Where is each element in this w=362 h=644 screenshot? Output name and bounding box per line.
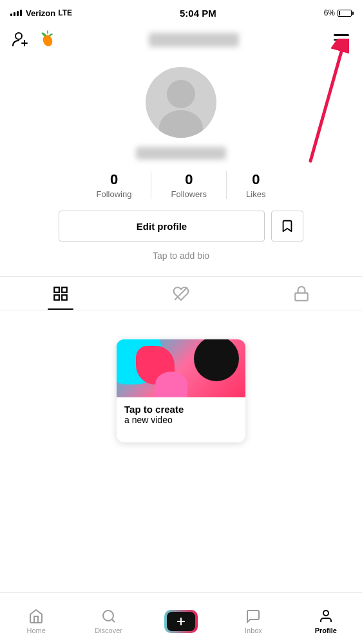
- stats-row: 0 Following 0 Followers 0 Likes: [13, 171, 349, 199]
- svg-rect-10: [54, 295, 59, 300]
- tab-private[interactable]: [242, 277, 362, 310]
- nav-profile[interactable]: Profile: [290, 593, 362, 644]
- svg-point-0: [15, 33, 22, 39]
- top-nav: [0, 23, 362, 57]
- carrier-label: Verizon: [26, 8, 55, 18]
- create-card-art: [117, 339, 245, 397]
- nav-inbox-label: Inbox: [245, 627, 262, 634]
- edit-profile-button[interactable]: Edit profile: [59, 211, 265, 242]
- svg-point-6: [167, 80, 195, 108]
- svg-point-18: [323, 611, 329, 616]
- battery-percent: 6%: [324, 8, 335, 17]
- battery-fill: [339, 11, 340, 15]
- nav-create[interactable]: [145, 593, 217, 644]
- likes-count: 0: [252, 171, 260, 188]
- nav-home[interactable]: Home: [0, 593, 72, 644]
- likes-label: Likes: [246, 189, 265, 199]
- following-label: Following: [97, 189, 132, 199]
- time-label: 5:04 PM: [180, 8, 216, 19]
- svg-rect-8: [54, 287, 59, 292]
- top-nav-left: [10, 29, 57, 51]
- bookmark-button[interactable]: [271, 211, 303, 242]
- username-blurred-top: [149, 33, 239, 47]
- svg-rect-13: [296, 292, 309, 300]
- nav-discover-label: Discover: [95, 627, 122, 634]
- stat-followers[interactable]: 0 Followers: [151, 171, 227, 199]
- status-left: Verizon LTE: [10, 8, 72, 18]
- tab-grid[interactable]: [0, 277, 120, 310]
- svg-rect-11: [62, 295, 67, 300]
- signal-bars: [10, 10, 22, 16]
- tab-liked[interactable]: [120, 277, 241, 310]
- create-card-title: Tap to create: [124, 404, 238, 415]
- svg-line-15: [111, 619, 114, 621]
- action-buttons: Edit profile: [59, 211, 303, 242]
- nav-inbox[interactable]: Inbox: [217, 593, 289, 644]
- followers-count: 0: [185, 171, 193, 188]
- nav-profile-label: Profile: [315, 627, 337, 634]
- battery-icon: [338, 10, 352, 17]
- svg-point-7: [159, 110, 203, 138]
- followers-label: Followers: [171, 189, 207, 199]
- status-right: 6%: [324, 8, 352, 17]
- nav-home-label: Home: [27, 627, 46, 634]
- status-bar: Verizon LTE 5:04 PM 6%: [0, 0, 362, 23]
- svg-point-14: [103, 611, 113, 621]
- network-label: LTE: [58, 8, 72, 17]
- tabs-row: [0, 277, 362, 310]
- avatar: [146, 67, 216, 138]
- following-count: 0: [110, 171, 118, 188]
- svg-point-3: [41, 33, 53, 48]
- add-user-icon[interactable]: [10, 29, 30, 51]
- create-card-subtitle: a new video: [124, 415, 238, 425]
- stat-following[interactable]: 0 Following: [77, 171, 152, 199]
- profile-section: 0 Following 0 Followers 0 Likes Edit pro…: [0, 57, 362, 274]
- carrot-icon[interactable]: [37, 29, 57, 51]
- hamburger-menu-button[interactable]: [331, 32, 352, 48]
- content-area: Tap to create a new video: [0, 310, 362, 471]
- create-card[interactable]: Tap to create a new video: [117, 339, 245, 442]
- nav-plus-button[interactable]: [164, 610, 198, 633]
- svg-rect-9: [62, 287, 67, 292]
- create-card-text: Tap to create a new video: [117, 397, 245, 430]
- nav-discover[interactable]: Discover: [72, 593, 144, 644]
- hamburger-lines: [334, 34, 349, 46]
- stat-likes[interactable]: 0 Likes: [227, 171, 285, 199]
- username-blurred-profile: [136, 147, 226, 160]
- bio-placeholder[interactable]: Tap to add bio: [153, 251, 209, 261]
- bottom-nav: Home Discover Inbox Profile: [0, 592, 362, 644]
